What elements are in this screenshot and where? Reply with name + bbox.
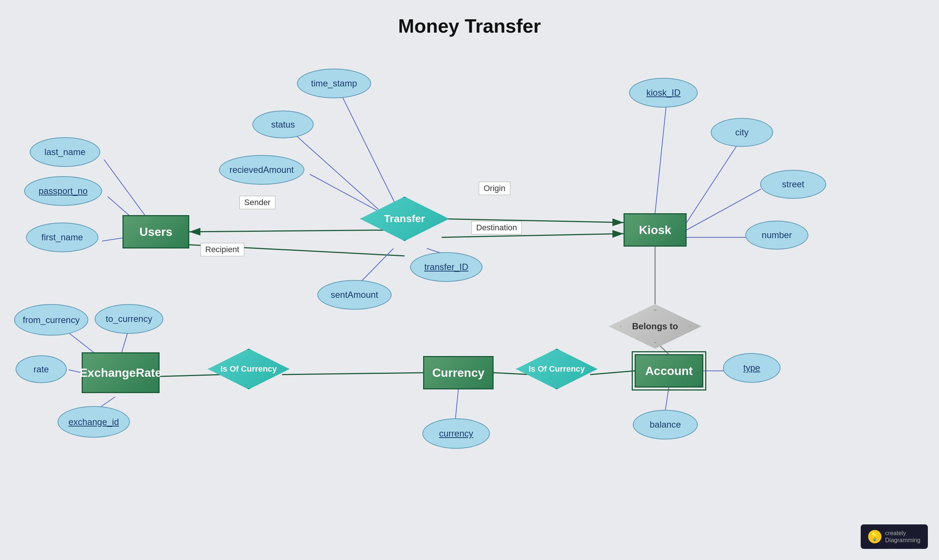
- entity-exchangerate: ExchangeRate: [82, 352, 160, 393]
- watermark-icon: 💡: [868, 530, 882, 543]
- svg-line-16: [361, 248, 393, 282]
- attr-time-stamp: time_stamp: [297, 69, 371, 98]
- relationship-is-of-currency-left: Is Of Currency: [208, 349, 290, 389]
- entity-currency: Currency: [423, 356, 493, 389]
- attr-first-name: first_name: [26, 223, 98, 252]
- svg-line-10: [104, 160, 145, 215]
- relationship-is-of-currency-right: Is Of Currency: [516, 349, 598, 389]
- attr-from-currency: from_currency: [14, 304, 88, 335]
- entity-users: Users: [122, 215, 189, 248]
- attr-type: type: [723, 353, 780, 383]
- svg-line-26: [455, 389, 458, 419]
- belongs-to-label: Belongs to: [632, 321, 678, 332]
- svg-line-20: [687, 189, 761, 230]
- attr-sent-amount: sentAmount: [317, 280, 392, 310]
- label-origin: Origin: [479, 182, 510, 195]
- attr-passport-no: passport_no: [24, 176, 102, 206]
- watermark: 💡 creately Diagramming: [861, 525, 928, 549]
- diagram-container: Money Transfer: [0, 0, 939, 560]
- attr-city: city: [711, 118, 773, 147]
- svg-line-19: [687, 137, 742, 223]
- entity-kiosk: Kiosk: [623, 213, 687, 247]
- attr-recieved-amount: recievedAmount: [219, 155, 304, 185]
- label-recipient: Recipient: [200, 243, 244, 256]
- is-of-currency-left-diamond: Is Of Currency: [208, 349, 290, 389]
- attr-exchange-id: exchange_id: [57, 406, 130, 438]
- attr-street: street: [760, 170, 826, 199]
- svg-line-2: [442, 219, 623, 223]
- watermark-brand: creately Diagramming: [885, 529, 920, 544]
- attr-currency: currency: [422, 418, 490, 449]
- entity-account: Account: [635, 354, 703, 388]
- svg-line-7: [282, 373, 423, 375]
- attr-balance: balance: [633, 410, 698, 440]
- attr-transfer-id: transfer_ID: [410, 252, 483, 282]
- relationship-belongs-to: Belongs to: [609, 304, 702, 349]
- svg-line-3: [442, 234, 623, 237]
- svg-line-18: [655, 98, 667, 213]
- svg-line-13: [338, 89, 397, 208]
- attr-number: number: [745, 221, 808, 249]
- label-sender: Sender: [239, 196, 275, 209]
- attr-rate: rate: [15, 355, 67, 383]
- attr-status: status: [252, 111, 314, 138]
- attr-to-currency: to_currency: [95, 304, 163, 334]
- svg-line-28: [665, 388, 669, 412]
- transfer-diamond: Transfer: [360, 197, 449, 241]
- label-destination: Destination: [471, 221, 522, 234]
- is-of-currency-right-diamond: Is Of Currency: [516, 349, 598, 389]
- diagram-title: Money Transfer: [0, 0, 939, 37]
- attr-last-name: last_name: [30, 137, 100, 167]
- attr-kiosk-id: kiosk_ID: [629, 78, 698, 108]
- relationship-transfer: Transfer: [360, 197, 449, 241]
- connections-svg: [0, 0, 939, 560]
